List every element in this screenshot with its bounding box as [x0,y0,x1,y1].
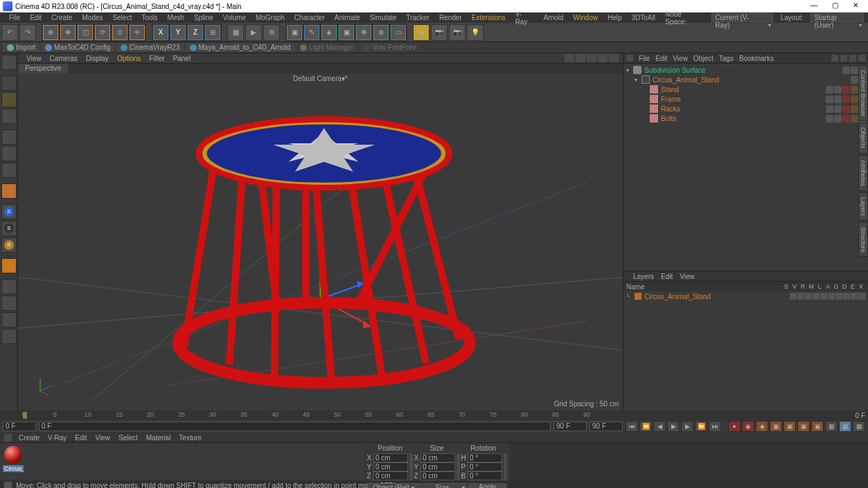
size-X[interactable] [420,453,455,462]
prev-key-button[interactable]: ⏪ [639,421,652,432]
size-mode-select[interactable]: Size [418,483,467,488]
vp-filter[interactable]: Filter [145,55,168,62]
live-select-button[interactable]: ⊕ [42,24,59,41]
menu-help[interactable]: Help [603,14,627,21]
workplane-button[interactable] [1,109,17,124]
shelf-maxtoc4d[interactable]: MaxToC4D Config [41,43,114,52]
mm-vray[interactable]: V-Ray [44,434,71,442]
menu-arnold[interactable]: Arnold [538,14,568,21]
flag-s[interactable] [790,293,797,300]
tree-row[interactable]: ▾Circus_Animal_Stand [623,75,868,84]
deformer-button[interactable]: ❋ [355,24,372,41]
mm-edit[interactable]: Edit [71,434,91,442]
flag-v[interactable] [797,293,804,300]
y-axis-button[interactable]: Y [170,24,186,41]
mm-select[interactable]: Select [114,434,142,442]
menu-modes[interactable]: Modes [77,14,107,21]
field-button[interactable]: ⊛ [373,24,389,41]
key-scale-button[interactable]: ▣ [783,421,796,432]
move-button[interactable]: ✥ [60,24,76,41]
panel-menu-icon[interactable] [626,55,633,62]
om-close-icon[interactable] [858,55,865,62]
last-tool-button[interactable]: ⊙ [112,24,128,41]
om-file[interactable]: File [639,55,650,62]
tree-row[interactable]: ▾Subdivision Surface [623,65,868,75]
rot-B[interactable] [468,471,502,480]
om-filter-icon[interactable] [840,55,847,62]
rot-P[interactable] [468,462,502,471]
viewport[interactable]: Default Camera▾* [18,73,623,410]
texture-mode-button[interactable] [1,92,17,107]
x-axis-button[interactable]: X [152,24,169,41]
s2-button[interactable]: S [1,221,17,236]
world-button[interactable]: ⊞ [204,24,221,41]
layer-name[interactable]: Circus_Animal_Stand [644,293,787,300]
vp-view[interactable]: View [22,55,46,62]
vp-layout-5[interactable] [609,54,619,62]
grid2-button[interactable] [1,296,17,311]
material-thumb[interactable]: Circus_a [3,446,24,478]
vp-layout-3[interactable] [587,54,596,62]
om-view[interactable]: View [673,55,688,62]
object-label[interactable]: Stand [661,86,679,93]
rotate-button[interactable]: ⟳ [94,24,111,41]
menu-create[interactable]: Create [46,14,77,21]
om-object[interactable]: Object [693,55,714,62]
cube-button[interactable]: ▣ [286,24,303,41]
redo-button[interactable]: ↷ [19,24,36,41]
vp-layout-1[interactable] [565,54,574,62]
goto-end-button[interactable]: ⏭ [709,421,721,432]
flag-r[interactable] [805,293,812,300]
om-tags[interactable]: Tags [719,55,734,62]
layer-row[interactable]: └ Circus_Animal_Stand [623,291,868,301]
render-view-button[interactable]: ▦ [227,24,244,41]
flag-l[interactable] [820,293,827,300]
tab-structure[interactable]: Structure [858,222,868,257]
lm-layers[interactable]: Layers [633,273,654,280]
tab-objects[interactable]: Objects [858,123,868,154]
nodespace-dropdown[interactable]: Current (V-Ray) [711,13,772,22]
lm-view[interactable]: View [680,273,695,280]
play-button[interactable]: ▶ [667,421,680,432]
menu-3dtoall[interactable]: 3DToAll [627,14,660,21]
prev-frame-button[interactable]: ◀ [653,421,666,432]
mm-material[interactable]: Material [142,434,175,442]
flag-e[interactable] [851,293,858,300]
undo-button[interactable]: ↶ [1,24,18,41]
om-bookmarks[interactable]: Bookmarks [739,55,774,62]
keyframe-button[interactable]: ◆ [756,421,768,432]
vp-display[interactable]: Display [82,55,113,62]
tree-row[interactable]: Bolts [623,114,868,123]
menu-volume[interactable]: Volume [218,14,251,21]
edge-mode-button[interactable] [1,146,17,161]
autokey-button[interactable]: ◉ [742,421,754,432]
snap-button[interactable] [1,258,17,273]
layer-color-icon[interactable] [635,293,641,300]
om-edit[interactable]: Edit [655,55,667,62]
menu-extensions[interactable]: Extensions [467,14,511,21]
tab-layers[interactable]: Layers [858,192,868,221]
vp-panel[interactable]: Panel [169,55,195,62]
pos-Y[interactable] [373,462,408,471]
tree-row[interactable]: Stand [623,84,868,94]
goto-start-button[interactable]: ⏮ [626,421,638,432]
shelf-cinemavray[interactable]: CinemaVrayR23 [116,43,184,52]
timeline[interactable]: 0 F 051015202530354045505560657075808590 [0,410,868,420]
tree-row[interactable]: Racks [623,104,868,114]
model-mode-button[interactable] [1,75,17,91]
object-tree[interactable]: ▾Subdivision Surface▾Circus_Animal_Stand… [623,64,868,271]
lm-edit[interactable]: Edit [661,273,673,280]
menu-tools[interactable]: Tools [136,14,162,21]
current-frame[interactable]: 0 F [39,422,551,431]
pos-X[interactable] [373,453,408,462]
menu-render[interactable]: Render [434,14,467,21]
key-rot-button[interactable]: ▣ [797,421,810,432]
menu-tracker[interactable]: Tracker [401,14,434,21]
menu-mograph[interactable]: MoGraph [251,14,290,21]
menu-vray[interactable]: V-Ray [511,10,539,26]
next-key-button[interactable]: ⏩ [695,421,707,432]
vp-options[interactable]: Options [113,55,145,62]
grid3-button[interactable] [1,312,17,327]
pos-Z[interactable] [373,471,408,480]
scale-button[interactable]: ◫ [77,24,94,41]
